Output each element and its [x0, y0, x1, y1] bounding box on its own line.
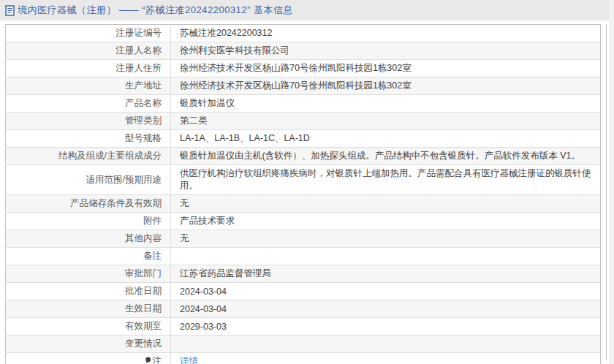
vertical-scrollbar[interactable] — [600, 24, 607, 359]
row-value — [171, 335, 601, 353]
row-value: 产品技术要求 — [171, 213, 601, 230]
content-panel: 注册证编号 苏械注准20242200312 注册人名称 徐州利安医学科技有限公司… — [0, 20, 614, 364]
row-label: 适用范围/预期用途 — [6, 165, 171, 195]
row-value: 供医疗机构治疗软组织疼痛疾病时，对银质针上端加热用。产品需配合具有医疗器械注册证… — [171, 165, 601, 195]
row-value: 2024-03-04 — [171, 283, 601, 300]
row-label: 注册人住所 — [6, 60, 171, 77]
row-label: 备注 — [6, 248, 171, 265]
row-label: 注册人名称 — [6, 42, 171, 60]
table-row: 审批部门 江苏省药品监督管理局 — [6, 265, 601, 283]
row-label-text: 产品名称 — [125, 98, 162, 108]
row-label: 注 — [6, 353, 171, 364]
info-table-body: 注册证编号 苏械注准20242200312 注册人名称 徐州利安医学科技有限公司… — [6, 25, 601, 364]
row-label: 产品储存条件及有效期 — [6, 195, 171, 213]
table-row: 产品名称 银质针加温仪 — [6, 95, 601, 113]
row-label-text: 型号规格 — [125, 133, 162, 143]
row-label: 管理类别 — [6, 113, 171, 130]
row-value: 详情 — [171, 353, 601, 364]
table-row: 有效期至 2029-03-03 — [6, 318, 601, 335]
row-label-text: 有效期至 — [125, 321, 162, 331]
table-row: 批准日期 2024-03-04 — [6, 283, 601, 300]
row-label-text: 产品储存条件及有效期 — [70, 198, 162, 208]
row-value: 苏械注准20242200312 — [171, 25, 601, 42]
row-value: 江苏省药品监督管理局 — [171, 265, 601, 283]
row-label-text: 批准日期 — [125, 286, 162, 296]
row-label: 产品名称 — [6, 95, 171, 113]
table-row: 注册证编号 苏械注准20242200312 — [6, 25, 601, 42]
row-label-text: 生效日期 — [125, 303, 162, 314]
row-label-text: 其他内容 — [125, 233, 162, 243]
row-value: 无 — [171, 195, 601, 213]
page-title: 境内医疗器械（注册） —— “苏械注准20242200312” 基本信息 — [18, 4, 293, 17]
row-label-text: 注册人住所 — [116, 63, 162, 73]
row-value: 徐州经济技术开发区杨山路70号徐州凯阳科技园1栋302室 — [171, 77, 601, 95]
detail-link[interactable]: 详情 — [180, 356, 198, 364]
row-label: 型号规格 — [6, 130, 171, 148]
row-label-text: 注 — [153, 356, 162, 364]
row-value: 2024-03-04 — [171, 300, 601, 318]
row-value — [171, 248, 601, 265]
row-label-text: 注册证编号 — [116, 28, 162, 38]
row-label: 生产地址 — [6, 77, 171, 95]
row-label-text: 变更情况 — [125, 338, 162, 349]
row-value: 徐州利安医学科技有限公司 — [171, 42, 601, 60]
table-row: 管理类别 第二类 — [6, 113, 601, 130]
row-label-text: 结构及组成/主要组成成分 — [58, 151, 162, 161]
row-label: 注册证编号 — [6, 25, 171, 42]
table-row: 注 详情 — [6, 353, 601, 364]
table-row: 适用范围/预期用途 供医疗机构治疗软组织疼痛疾病时，对银质针上端加热用。产品需配… — [6, 165, 601, 195]
row-value: 第二类 — [171, 113, 601, 130]
row-value: 银质针加温仪 — [171, 95, 601, 113]
row-value: 2029-03-03 — [171, 318, 601, 335]
table-row: 变更情况 — [6, 335, 601, 353]
row-label: 批准日期 — [6, 283, 171, 300]
row-label: 附件 — [6, 213, 171, 230]
table-row: 备注 — [6, 248, 601, 265]
table-row: 生效日期 2024-03-04 — [6, 300, 601, 318]
table-row: 其他内容 无 — [6, 230, 601, 248]
table-row: 结构及组成/主要组成成分 银质针加温仪由主机(含软件）、加热探头组成。产品结构中… — [6, 148, 601, 165]
row-label-text: 适用范围/预期用途 — [86, 175, 162, 185]
table-row: 生产地址 徐州经济技术开发区杨山路70号徐州凯阳科技园1栋302室 — [6, 77, 601, 95]
row-label-text: 备注 — [143, 251, 162, 261]
title-bar: 境内医疗器械（注册） —— “苏械注准20242200312” 基本信息 — [0, 0, 614, 20]
table-row: 型号规格 LA-1A、LA-1B、LA-1C、LA-1D — [6, 130, 601, 148]
table-row: 注册人名称 徐州利安医学科技有限公司 — [6, 42, 601, 60]
row-label-text: 审批部门 — [125, 268, 162, 278]
row-value: LA-1A、LA-1B、LA-1C、LA-1D — [171, 130, 601, 148]
row-value: 无 — [171, 230, 601, 248]
row-value: 徐州经济技术开发区杨山路70号徐州凯阳科技园1栋302室 — [171, 60, 601, 77]
row-label: 变更情况 — [6, 335, 171, 353]
table-row: 附件 产品技术要求 — [6, 213, 601, 230]
page-right-scroll-strip[interactable] — [609, 0, 614, 364]
row-label-text: 注册人名称 — [116, 45, 162, 56]
row-label-text: 管理类别 — [125, 115, 162, 126]
row-value: 银质针加温仪由主机(含软件）、加热探头组成。产品结构中不包含银质针。产品软件发布… — [171, 148, 601, 165]
table-row: 注册人住所 徐州经济技术开发区杨山路70号徐州凯阳科技园1栋302室 — [6, 60, 601, 77]
row-label-text: 生产地址 — [125, 80, 162, 91]
registration-info-table: 注册证编号 苏械注准20242200312 注册人名称 徐州利安医学科技有限公司… — [5, 24, 601, 364]
document-icon — [5, 5, 15, 16]
row-label: 有效期至 — [6, 318, 171, 335]
table-row: 产品储存条件及有效期 无 — [6, 195, 601, 213]
row-label: 生效日期 — [6, 300, 171, 318]
row-label-text: 附件 — [143, 216, 162, 226]
row-label: 结构及组成/主要组成成分 — [6, 148, 171, 165]
note-icon — [145, 357, 151, 364]
row-label: 其他内容 — [6, 230, 171, 248]
row-label: 审批部门 — [6, 265, 171, 283]
